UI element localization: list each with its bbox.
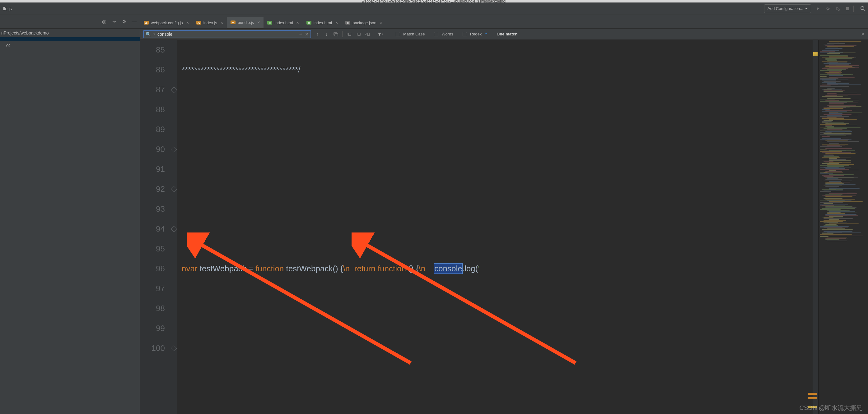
find-bar: 🔍 ▾ ↩ ✕ ↑ ↓ + − ☑ ▾ Match Case Words Reg… bbox=[140, 29, 868, 40]
hide-icon[interactable]: — bbox=[131, 19, 137, 25]
select-all-icon[interactable] bbox=[333, 31, 339, 38]
breadcrumb-file[interactable]: lle.js bbox=[2, 6, 12, 11]
close-tab-icon[interactable]: × bbox=[335, 20, 338, 25]
line-number[interactable]: 97 bbox=[140, 278, 165, 298]
fold-strip[interactable] bbox=[171, 40, 177, 414]
marker-warning[interactable] bbox=[808, 397, 817, 399]
filter-icon[interactable]: ▾ bbox=[377, 31, 383, 38]
code-line[interactable] bbox=[182, 119, 808, 139]
line-number[interactable]: 95 bbox=[140, 239, 165, 258]
search-icon: 🔍 bbox=[146, 32, 151, 37]
svg-point-3 bbox=[861, 6, 864, 10]
code-line[interactable] bbox=[182, 278, 808, 298]
code-line[interactable] bbox=[182, 219, 808, 239]
tab-package-json[interactable]: {}package.json× bbox=[342, 17, 386, 28]
code-line[interactable] bbox=[182, 179, 808, 199]
line-number[interactable]: 100 bbox=[140, 338, 165, 358]
next-match-icon[interactable]: ↓ bbox=[323, 31, 330, 38]
editor-body[interactable]: 858687888990919293949596979899100 ******… bbox=[140, 40, 868, 414]
tab-index-html[interactable]: Hindex.html× bbox=[303, 17, 342, 28]
regex-checkbox[interactable] bbox=[463, 32, 467, 36]
add-configuration-button[interactable]: Add Configuration... bbox=[764, 4, 811, 13]
close-tab-icon[interactable]: × bbox=[186, 20, 189, 25]
project-sidebar[interactable]: nProjects/webpackdemo ot bbox=[0, 29, 140, 414]
fold-marker[interactable] bbox=[171, 146, 177, 152]
fold-marker[interactable] bbox=[171, 186, 177, 193]
code-line[interactable] bbox=[182, 338, 808, 358]
close-tab-icon[interactable]: × bbox=[380, 20, 382, 25]
svg-text:☑: ☑ bbox=[365, 33, 367, 36]
code-line[interactable]: *************************************/ bbox=[182, 60, 808, 79]
line-number[interactable]: 85 bbox=[140, 40, 165, 60]
marker-warning[interactable] bbox=[808, 393, 817, 395]
code-line[interactable] bbox=[182, 199, 808, 219]
collapse-icon[interactable]: ⇥ bbox=[112, 19, 117, 25]
regex-help-icon[interactable]: ? bbox=[485, 32, 487, 36]
gear-icon[interactable]: ⚙ bbox=[121, 19, 127, 25]
code-line[interactable]: nvar testWebpack = function testWebpack(… bbox=[182, 258, 808, 278]
code-line[interactable] bbox=[182, 99, 808, 119]
tab-webpack-config-js[interactable]: JSwebpack.config.js× bbox=[140, 17, 193, 28]
svg-rect-9 bbox=[358, 33, 360, 35]
line-number[interactable]: 86 bbox=[140, 60, 165, 79]
line-number[interactable]: 91 bbox=[140, 159, 165, 179]
add-selection-icon[interactable]: + bbox=[346, 31, 352, 38]
remove-selection-icon[interactable]: − bbox=[355, 31, 361, 38]
code-line[interactable] bbox=[182, 139, 808, 159]
run-coverage-icon[interactable] bbox=[835, 6, 841, 12]
select-all-occurrences-icon[interactable]: ☑ bbox=[364, 31, 371, 38]
line-number[interactable]: 92 bbox=[140, 179, 165, 199]
code-line[interactable] bbox=[182, 40, 808, 60]
code-area[interactable]: *************************************/ n… bbox=[177, 40, 813, 414]
right-markers[interactable] bbox=[813, 40, 818, 414]
line-number[interactable]: 96 bbox=[140, 258, 165, 278]
line-number[interactable]: 93 bbox=[140, 199, 165, 219]
code-line[interactable] bbox=[182, 239, 808, 258]
match-case-checkbox[interactable] bbox=[396, 32, 400, 36]
minimap[interactable] bbox=[818, 40, 868, 414]
find-input[interactable] bbox=[157, 32, 297, 37]
code-line[interactable] bbox=[182, 159, 808, 179]
line-number[interactable]: 94 bbox=[140, 219, 165, 239]
svg-rect-5 bbox=[335, 34, 338, 36]
fold-marker[interactable] bbox=[171, 345, 177, 351]
line-number[interactable]: 89 bbox=[140, 119, 165, 139]
debug-icon[interactable] bbox=[825, 6, 831, 12]
close-tab-icon[interactable]: × bbox=[257, 20, 260, 25]
sidebar-item[interactable]: ot bbox=[0, 41, 140, 50]
separator bbox=[854, 6, 854, 12]
filetype-icon: JS bbox=[144, 21, 149, 25]
search-everywhere-icon[interactable] bbox=[860, 6, 866, 12]
line-number[interactable]: 88 bbox=[140, 99, 165, 119]
close-findbar-icon[interactable]: ✕ bbox=[861, 31, 865, 37]
code-line[interactable] bbox=[182, 298, 808, 318]
stop-icon[interactable] bbox=[845, 6, 851, 12]
line-number[interactable]: 98 bbox=[140, 298, 165, 318]
svg-point-1 bbox=[838, 9, 840, 10]
fold-marker[interactable] bbox=[171, 87, 177, 93]
tab-index-html[interactable]: Hindex.html× bbox=[264, 17, 302, 28]
line-number[interactable]: 90 bbox=[140, 139, 165, 159]
close-tab-icon[interactable]: × bbox=[221, 20, 223, 25]
svg-rect-2 bbox=[846, 7, 849, 10]
tab-index-js[interactable]: JSindex.js× bbox=[193, 17, 227, 28]
tab-bundle-js[interactable]: JSbundle.js× bbox=[227, 17, 264, 28]
search-history-icon[interactable]: ▾ bbox=[153, 32, 155, 36]
clear-icon[interactable]: ✕ bbox=[305, 32, 309, 37]
close-tab-icon[interactable]: × bbox=[297, 20, 299, 25]
line-number[interactable]: 87 bbox=[140, 79, 165, 99]
code-line[interactable] bbox=[182, 318, 808, 338]
line-number[interactable]: 99 bbox=[140, 318, 165, 338]
sidebar-item-selected[interactable] bbox=[0, 37, 140, 41]
run-icon[interactable] bbox=[815, 6, 821, 12]
words-checkbox[interactable] bbox=[434, 32, 438, 36]
find-input-wrap[interactable]: 🔍 ▾ ↩ ✕ bbox=[143, 30, 311, 38]
second-toolbar-row: ◎ ⇥ ⚙ — JSwebpack.config.js×JSindex.js×J… bbox=[0, 15, 868, 29]
project-path[interactable]: nProjects/webpackdemo bbox=[0, 29, 140, 37]
line-gutter[interactable]: 858687888990919293949596979899100 bbox=[140, 40, 171, 414]
fold-marker[interactable] bbox=[171, 226, 177, 232]
target-icon[interactable]: ◎ bbox=[101, 19, 107, 25]
filetype-icon: H bbox=[306, 21, 311, 25]
prev-match-icon[interactable]: ↑ bbox=[314, 31, 320, 38]
code-line[interactable] bbox=[182, 79, 808, 99]
